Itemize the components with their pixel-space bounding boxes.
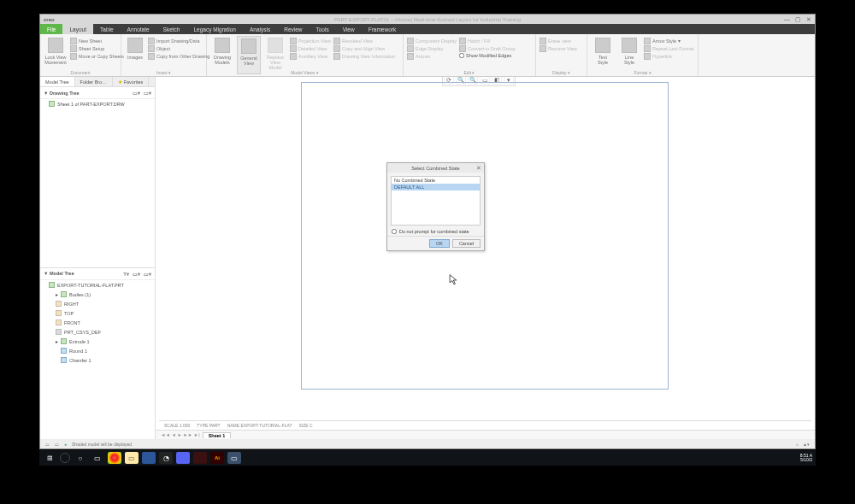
info-message: Shaded model will be displayed <box>72 442 132 447</box>
drawing-models[interactable]: Drawing Models <box>210 36 234 74</box>
move-icon <box>70 53 77 60</box>
drawing-tree-header: ▼ Drawing Tree ▭▾▭▾ <box>40 87 155 99</box>
illustrator-icon[interactable]: Ai <box>210 452 224 464</box>
chrome-icon[interactable] <box>108 452 121 464</box>
tab-annotate[interactable]: Annotate <box>121 24 156 34</box>
text-style[interactable]: Text Style <box>591 36 615 74</box>
cortana-icon[interactable]: ○ <box>74 452 87 464</box>
tab-tools[interactable]: Tools <box>310 24 336 34</box>
tab-analysis[interactable]: Analysis <box>243 24 277 34</box>
creo-task-icon[interactable]: ▭ <box>227 452 241 464</box>
textstyle-icon <box>595 38 610 53</box>
tree-item[interactable]: Round 1 <box>40 346 155 355</box>
maximize-icon[interactable]: ▢ <box>795 16 801 23</box>
lock-view-button[interactable]: Lock View Movement <box>44 36 68 74</box>
tab-layout[interactable]: Layout <box>62 24 93 34</box>
tool-icon[interactable]: ▭▾ <box>144 271 151 277</box>
list-item-selected[interactable]: DEFAULT ALL <box>392 184 480 190</box>
revolved-view: Revolved View <box>333 38 396 44</box>
taskview-icon[interactable]: ▭ <box>91 452 104 464</box>
tree-item[interactable]: Chamfer 1 <box>40 355 155 365</box>
projection-view: Projection View <box>290 38 331 44</box>
new-sheet[interactable]: New Sheet <box>70 38 124 44</box>
tab-framework[interactable]: Framework <box>362 24 404 34</box>
edge-display: Edge Display <box>407 45 457 52</box>
tree-item[interactable]: FRONT <box>40 318 155 327</box>
dialog-checkbox-row[interactable]: Do not prompt for combined state <box>392 229 480 234</box>
auxiliary-view: Auxiliary View <box>290 53 331 60</box>
minimize-icon[interactable]: — <box>784 16 790 23</box>
replace-icon <box>268 38 283 53</box>
taskbar: ⊞ ○ ▭ ▭ ◔ Ai ▭ 8:51 A 5/10/2 <box>39 450 816 466</box>
repeat-last-format: Repeat Last Format <box>644 45 694 52</box>
move-copy-sheets[interactable]: Move or Copy Sheets <box>70 53 124 60</box>
drawing-tree-item[interactable]: Sheet 1 of PART-EXPORT.DRW <box>40 99 155 108</box>
bullet-icon: ● <box>64 442 67 447</box>
word-icon[interactable] <box>142 452 156 464</box>
ok-button[interactable]: OK <box>429 239 450 248</box>
erase-view: Erase view <box>540 38 577 44</box>
github-icon[interactable]: ◔ <box>159 452 173 464</box>
tool-icon[interactable]: ▭▾ <box>144 90 151 96</box>
tree-item[interactable]: RIGHT <box>40 299 155 308</box>
list-item[interactable]: No Combined State <box>392 177 480 184</box>
component-display: Component Display <box>407 38 457 44</box>
file-menu[interactable]: File <box>40 24 62 34</box>
sheet-nav[interactable]: ◄◄ ◄ ► ►► ►| <box>161 432 200 437</box>
select-combined-state-dialog: Select Combined State ✕ No Combined Stat… <box>386 162 485 251</box>
tab-view[interactable]: View <box>336 24 362 34</box>
system-tray[interactable]: 8:51 A 5/10/2 <box>800 454 812 463</box>
object-item[interactable]: Object <box>148 45 209 52</box>
tab-review[interactable]: Review <box>277 24 309 34</box>
sheet-setup[interactable]: Sheet Setup <box>70 45 124 52</box>
tool-icon[interactable]: ▭▾ <box>133 271 140 277</box>
search-icon[interactable] <box>60 453 70 463</box>
copy-other[interactable]: Copy from Other Drawing <box>148 53 209 60</box>
tab-sketch[interactable]: Sketch <box>156 24 187 34</box>
tree-item[interactable]: ▸ Extrude 1 <box>40 337 155 346</box>
sheet-tab[interactable]: Sheet 1 <box>203 432 232 438</box>
tool-icon[interactable]: ▭▾ <box>133 90 140 96</box>
sidebar-tab-folder[interactable]: Folder Bro… <box>75 77 113 86</box>
line-style[interactable]: Line Style <box>617 36 641 74</box>
status-type: TYPE PART <box>197 423 220 428</box>
images-button[interactable]: Images <box>125 36 145 74</box>
info-icon[interactable]: ▭ <box>55 442 59 447</box>
dialog-list[interactable]: No Combined State DEFAULT ALL <box>391 176 481 226</box>
tree-root[interactable]: EXPORT-TUTORIAL-FLAT.PRT <box>40 280 155 290</box>
import-drawing[interactable]: Import Drawing/Data <box>148 38 209 44</box>
general-view[interactable]: General View <box>237 36 261 74</box>
drawing-canvas[interactable]: ⟳ 🔍 🔍 ▭ ◧ ▾ Select Combined State ✕ No C… <box>156 77 815 439</box>
hyperlink: Hyperlink <box>644 53 694 60</box>
sidebar: Model Tree Folder Bro… ★Favorites ▼ Draw… <box>40 77 156 439</box>
setup-icon <box>70 45 77 52</box>
window-title: PART-EXPORT-FLAT01 – (Active) Real-time … <box>334 17 521 22</box>
tree-item[interactable]: ▸ Bodies (1) <box>40 290 155 299</box>
arrow-style[interactable]: Arrow Style ▾ <box>644 38 694 44</box>
tab-table[interactable]: Table <box>93 24 121 34</box>
dialog-close-icon[interactable]: ✕ <box>476 165 481 172</box>
explorer-icon[interactable]: ▭ <box>125 452 139 464</box>
tool-icon[interactable]: T▾ <box>123 271 129 277</box>
app-icon[interactable] <box>193 452 207 464</box>
clock-date: 5/10/2 <box>800 458 812 463</box>
dialog-checkbox[interactable] <box>392 229 397 234</box>
detailed-view: Detailed View <box>290 45 331 52</box>
show-modified-checkbox[interactable] <box>459 53 464 58</box>
tree-item[interactable]: TOP <box>40 308 155 318</box>
info-icon[interactable]: ▭ <box>45 442 50 447</box>
discord-icon[interactable] <box>176 452 190 464</box>
convert-draft: Convert to Draft Group <box>459 45 516 52</box>
dialog-title: Select Combined State ✕ <box>387 163 484 173</box>
show-modified-edges[interactable]: Show Modified Edges <box>459 53 516 58</box>
filter-icon[interactable]: ▲▾ <box>803 442 810 447</box>
cancel-button[interactable]: Cancel <box>452 239 481 248</box>
search-icon[interactable]: ⌕ <box>796 442 799 447</box>
tab-legacy[interactable]: Legacy Migration <box>186 24 243 34</box>
sidebar-tab-favorites[interactable]: ★Favorites <box>113 77 150 86</box>
sidebar-tab-model-tree[interactable]: Model Tree <box>40 77 75 86</box>
tree-item[interactable]: PRT_CSYS_DEF <box>40 327 155 337</box>
start-icon[interactable]: ⊞ <box>43 452 56 464</box>
copy-icon <box>148 53 155 60</box>
close-icon[interactable]: ✕ <box>806 16 811 23</box>
